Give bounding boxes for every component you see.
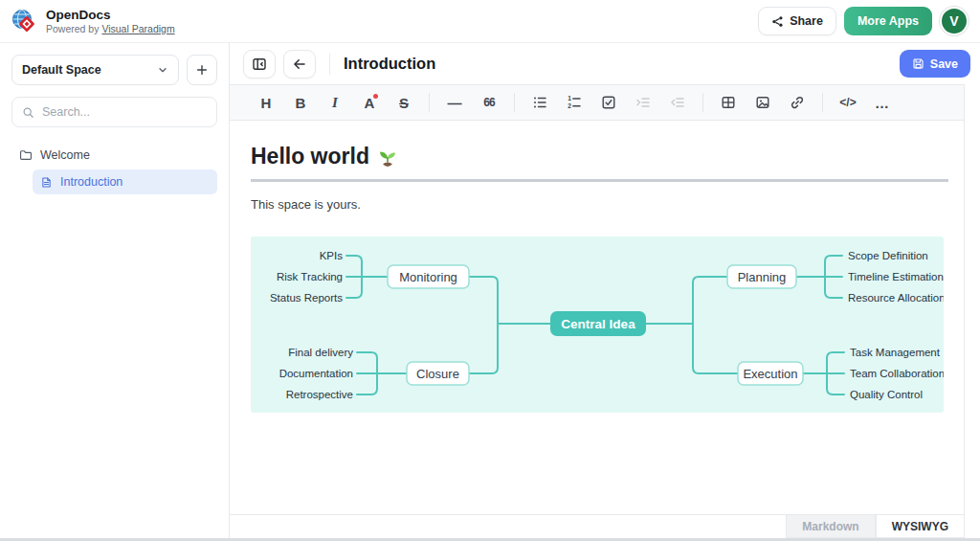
doc-paragraph[interactable]: This space is yours. — [251, 197, 948, 212]
mindmap-leaf: Resource Allocation — [848, 292, 944, 304]
more-apps-button[interactable]: More Apps — [844, 7, 932, 35]
indent-icon — [635, 95, 651, 110]
ordered-list-button[interactable]: 12 — [559, 89, 590, 116]
blockquote-icon: 66 — [483, 96, 494, 109]
toolbar-divider — [429, 93, 430, 112]
svg-text:2: 2 — [568, 102, 571, 109]
code-button[interactable]: </> — [833, 89, 863, 116]
space-selector[interactable]: Default Space — [11, 55, 179, 85]
mindmap-leaf: Final delivery — [288, 347, 353, 358]
brand: OpenDocs Powered by Visual Paradigm — [10, 7, 175, 35]
more-tools-button[interactable]: … — [867, 89, 898, 116]
app-logo-icon — [10, 7, 38, 35]
table-icon — [721, 95, 736, 110]
font-color-button[interactable]: A — [354, 89, 385, 116]
editor-region: H B I A S — 66 12 — [230, 84, 965, 514]
mindmap-center-node: Central Idea — [550, 311, 646, 336]
font-color-dot — [373, 94, 378, 99]
share-icon — [771, 15, 784, 28]
heading-icon: H — [261, 95, 272, 111]
horizontal-rule-icon: — — [448, 95, 462, 111]
indent-button — [628, 89, 658, 116]
tab-wysiwyg[interactable]: WYSIWYG — [876, 515, 965, 538]
mindmap-leaf: Documentation — [279, 368, 353, 379]
mindmap-leaf: Status Reports — [270, 292, 343, 304]
tab-markdown[interactable]: Markdown — [786, 515, 875, 538]
editor-mode-footer: Markdown WYSIWYG — [230, 514, 965, 538]
mindmap-leaf: Risk Tracking — [277, 271, 343, 282]
main-area: Introduction Save H B I A S — [230, 43, 980, 538]
toolbar-divider — [702, 93, 703, 112]
mindmap-leaf: KPIs — [320, 250, 344, 261]
mindmap-node-planning: Planning — [738, 270, 787, 284]
mindmap-leaf: Scope Definition — [848, 250, 928, 261]
italic-icon: I — [332, 95, 338, 111]
mindmap-diagram[interactable]: Monitoring Closure Planning Execution — [251, 237, 944, 413]
document-content[interactable]: Hello world This space is yours. — [230, 121, 964, 514]
powered-by: Powered by Visual Paradigm — [46, 23, 175, 34]
mindmap-node-closure: Closure — [416, 367, 459, 381]
search-input[interactable] — [42, 105, 207, 119]
link-icon — [790, 95, 805, 110]
strikethrough-button[interactable]: S — [389, 89, 419, 116]
ellipsis-icon: … — [875, 95, 890, 111]
user-avatar[interactable]: V — [940, 7, 969, 35]
toolbar-divider — [514, 93, 515, 112]
table-button[interactable] — [713, 89, 744, 116]
doc-heading[interactable]: Hello world — [251, 144, 948, 169]
heading-rule — [251, 179, 948, 182]
formatting-toolbar: H B I A S — 66 12 — [230, 84, 964, 121]
bold-icon: B — [296, 95, 306, 111]
add-space-button[interactable] — [187, 55, 217, 85]
image-button[interactable] — [747, 89, 778, 116]
search-box — [11, 97, 217, 127]
visual-paradigm-link[interactable]: Visual Paradigm — [101, 23, 174, 34]
bold-button[interactable]: B — [285, 89, 316, 116]
outdent-button — [662, 89, 693, 116]
document-icon — [40, 176, 53, 189]
back-arrow-icon — [292, 56, 307, 72]
mindmap-node-monitoring: Monitoring — [399, 270, 457, 284]
svg-text:1: 1 — [568, 95, 571, 101]
opendocs-app: OpenDocs Powered by Visual Paradigm — [0, 0, 980, 541]
mindmap-leaf: Task Management — [850, 347, 941, 358]
document-header: Introduction Save — [230, 43, 980, 84]
folder-icon — [19, 148, 33, 162]
mindmap-leaf: Timeline Estimation — [848, 271, 944, 282]
strikethrough-icon: S — [399, 95, 409, 111]
page-title: Introduction — [344, 55, 435, 73]
mindmap-leaf: Team Collaboration — [850, 368, 944, 379]
bullet-list-icon — [532, 95, 547, 110]
task-list-icon — [601, 95, 616, 110]
horizontal-rule-button[interactable]: — — [439, 89, 470, 116]
header-divider — [329, 54, 330, 75]
italic-button[interactable]: I — [320, 89, 350, 116]
mindmap-node-execution: Execution — [743, 367, 797, 381]
top-header: OpenDocs Powered by Visual Paradigm — [0, 0, 980, 43]
back-button[interactable] — [283, 50, 316, 79]
task-list-button[interactable] — [593, 89, 624, 116]
link-button[interactable] — [782, 89, 813, 116]
plus-icon — [195, 63, 209, 77]
sidebar: Default Space — [0, 43, 230, 538]
code-icon: </> — [839, 96, 856, 109]
chevron-down-icon — [157, 64, 168, 76]
outdent-icon — [670, 95, 685, 110]
ordered-list-icon: 12 — [567, 95, 582, 110]
seedling-emoji-icon — [377, 147, 398, 168]
panel-toggle-icon — [252, 56, 267, 72]
search-icon — [22, 106, 34, 119]
toggle-sidebar-button[interactable] — [243, 50, 276, 79]
blockquote-button[interactable]: 66 — [474, 89, 504, 116]
save-button[interactable]: Save — [900, 50, 970, 78]
mindmap-leaf: Quality Control — [850, 389, 923, 400]
app-title: OpenDocs — [46, 8, 175, 23]
image-icon — [755, 95, 770, 110]
tree-item-introduction[interactable]: Introduction — [33, 169, 217, 194]
bullet-list-button[interactable] — [524, 89, 555, 116]
tree-item-welcome[interactable]: Welcome — [11, 143, 217, 168]
heading-button[interactable]: H — [251, 89, 281, 116]
page-tree: Welcome Introduction — [11, 143, 217, 194]
share-button[interactable]: Share — [758, 7, 836, 35]
svg-text:Central Idea: Central Idea — [561, 317, 635, 331]
